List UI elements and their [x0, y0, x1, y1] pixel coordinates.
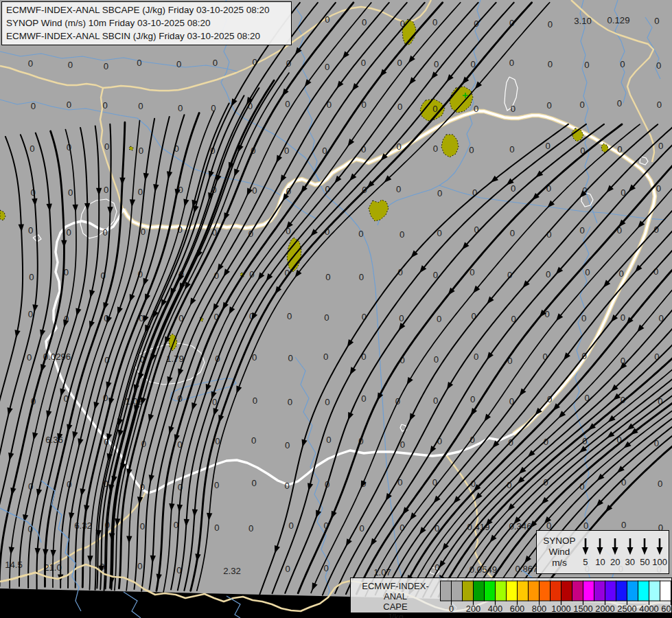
wind-legend-subtitle: Wind: [541, 547, 578, 558]
svg-text:0: 0: [469, 145, 474, 155]
svg-text:0: 0: [510, 228, 515, 238]
svg-text:400: 400: [488, 604, 502, 613]
weather-map-window: 0000000000000000000000000000000000000000…: [0, 0, 672, 618]
wind-speed-value: 10: [595, 557, 605, 567]
svg-text:0: 0: [138, 187, 143, 197]
svg-text:0: 0: [617, 98, 622, 108]
svg-text:0: 0: [102, 227, 107, 238]
svg-text:0: 0: [325, 14, 329, 25]
wind-speed-item: 5: [578, 537, 593, 567]
svg-text:0: 0: [581, 313, 586, 323]
cape-colorbar: 0200400600800100015002000250040006000: [440, 578, 671, 613]
svg-text:0: 0: [656, 183, 661, 194]
title-line-wind: SYNOP Wind (m/s) 10m Friday 03-10-2025 0…: [6, 16, 287, 30]
svg-text:0: 0: [361, 393, 366, 404]
wind-speed-item: 50: [638, 537, 653, 567]
wind-speed-value: 5: [583, 557, 588, 567]
cape-legend-label: ECMWF-INDEX-ANAL CAPE J/kg: [351, 578, 440, 613]
svg-text:0: 0: [511, 183, 515, 194]
svg-text:0: 0: [617, 144, 622, 154]
svg-text:0: 0: [361, 58, 366, 68]
svg-text:0: 0: [138, 101, 143, 111]
svg-text:0: 0: [399, 229, 404, 240]
svg-text:0: 0: [66, 227, 71, 238]
svg-text:0: 0: [547, 100, 552, 111]
svg-text:0: 0: [288, 353, 292, 363]
svg-text:0: 0: [658, 479, 662, 489]
wind-legend: SYNOP Wind m/s 510203050100: [536, 530, 669, 574]
wind-legend-unit: m/s: [541, 558, 578, 569]
svg-text:4000: 4000: [639, 604, 658, 613]
svg-text:0: 0: [288, 520, 293, 531]
svg-text:0: 0: [656, 60, 661, 71]
svg-text:3.10: 3.10: [574, 16, 592, 26]
wind-speed-value: 30: [625, 557, 635, 567]
wind-arrow-icon: [610, 537, 621, 556]
svg-text:0: 0: [28, 309, 33, 319]
svg-text:0: 0: [362, 17, 367, 27]
svg-text:0: 0: [325, 397, 329, 407]
wind-speed-value: 20: [610, 557, 620, 567]
svg-text:0.129: 0.129: [607, 15, 629, 25]
cape-legend: ECMWF-INDEX-ANAL CAPE J/kg 0200400600800…: [350, 577, 672, 613]
svg-text:800: 800: [532, 604, 546, 613]
svg-text:0: 0: [104, 141, 109, 152]
svg-text:1000: 1000: [551, 604, 570, 613]
svg-text:1500: 1500: [573, 604, 592, 613]
wind-legend-scale: 510203050100: [578, 537, 667, 567]
svg-text:0: 0: [215, 436, 220, 446]
svg-text:0: 0: [286, 564, 290, 574]
svg-text:0: 0: [584, 60, 589, 70]
wind-speed-item: 100: [652, 537, 667, 567]
cape-legend-subtitle: CAPE: [351, 602, 440, 612]
svg-text:0: 0: [104, 185, 108, 195]
svg-text:0: 0: [285, 440, 290, 450]
svg-text:0: 0: [509, 144, 514, 154]
svg-text:0: 0: [621, 312, 625, 323]
svg-text:0: 0: [509, 58, 514, 68]
svg-text:0: 0: [288, 397, 292, 407]
svg-text:0: 0: [548, 59, 553, 69]
svg-text:0: 0: [397, 58, 402, 68]
svg-text:0: 0: [470, 394, 475, 404]
svg-text:0: 0: [213, 58, 218, 68]
svg-text:0: 0: [621, 520, 626, 530]
svg-text:0: 0: [474, 104, 478, 114]
svg-text:0: 0: [325, 62, 329, 72]
wind-arrow-icon: [580, 537, 591, 556]
svg-text:0: 0: [31, 101, 36, 111]
wind-arrow-icon: [654, 537, 665, 556]
svg-text:0: 0: [30, 144, 34, 154]
svg-text:2000: 2000: [595, 604, 614, 613]
svg-text:0: 0: [252, 185, 257, 196]
svg-text:6000: 6000: [661, 604, 671, 613]
svg-text:0: 0: [654, 16, 659, 26]
svg-text:0: 0: [358, 229, 363, 239]
svg-text:0: 0: [253, 396, 257, 406]
svg-text:0: 0: [474, 352, 478, 362]
svg-text:0: 0: [68, 60, 73, 70]
svg-text:0: 0: [248, 523, 253, 534]
svg-text:0: 0: [28, 58, 33, 69]
svg-text:0: 0: [396, 141, 401, 152]
svg-text:0: 0: [434, 59, 439, 69]
wind-speed-item: 20: [607, 537, 623, 567]
svg-text:0: 0: [137, 58, 141, 68]
svg-text:0: 0: [178, 103, 183, 113]
svg-text:0: 0: [212, 397, 217, 407]
svg-text:0: 0: [176, 59, 181, 69]
map-canvas: 0000000000000000000000000000000000000000…: [0, 0, 672, 618]
svg-text:0: 0: [67, 100, 71, 110]
svg-text:0: 0: [214, 480, 219, 490]
wind-speed-item: 30: [623, 537, 638, 567]
svg-text:0: 0: [284, 481, 289, 491]
svg-text:0: 0: [137, 561, 142, 571]
map-title-box: ECMWF-INDEX-ANAL SBCAPE (J/kg) Friday 03…: [1, 1, 292, 45]
wind-legend-title: SYNOP: [541, 536, 578, 547]
svg-text:0: 0: [583, 520, 588, 531]
title-line-sbcape: ECMWF-INDEX-ANAL SBCAPE (J/kg) Friday 03…: [6, 3, 287, 16]
svg-text:0: 0: [580, 225, 585, 236]
svg-text:0: 0: [323, 352, 328, 362]
svg-text:0: 0: [360, 523, 364, 534]
svg-text:0: 0: [285, 99, 290, 109]
